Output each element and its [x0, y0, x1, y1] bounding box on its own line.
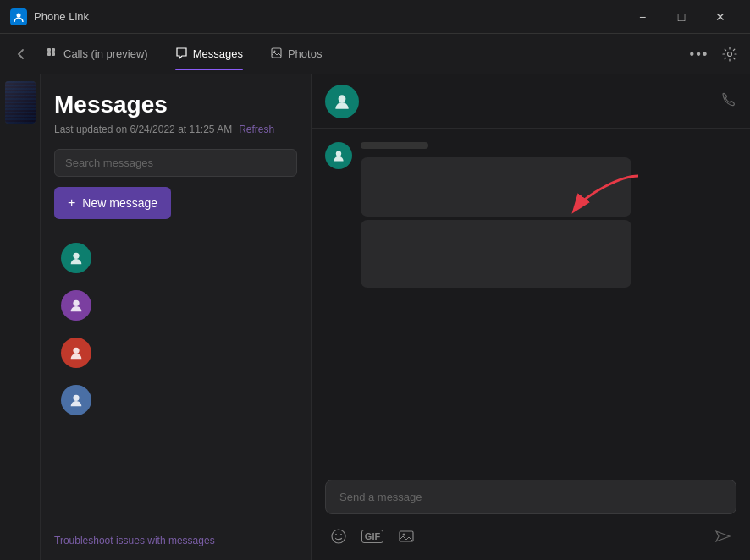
- chat-toolbar: GIF: [325, 523, 736, 550]
- close-button[interactable]: ✕: [701, 3, 740, 30]
- page-title: Messages: [54, 91, 297, 118]
- minimize-button[interactable]: −: [623, 3, 662, 30]
- call-button[interactable]: [720, 91, 736, 112]
- list-item[interactable]: [54, 331, 297, 375]
- message-group: [325, 142, 736, 288]
- svg-point-9: [73, 253, 79, 259]
- svg-rect-4: [47, 52, 51, 56]
- emoji-button[interactable]: [325, 523, 352, 550]
- avatar: [61, 385, 91, 415]
- nav-right: •••: [686, 41, 743, 68]
- contacts-strip: [0, 74, 41, 560]
- window-controls: − □ ✕: [623, 3, 740, 30]
- search-input[interactable]: [54, 149, 297, 177]
- list-item[interactable]: [54, 236, 297, 280]
- last-updated-text: Last updated on 6/24/2022 at 11:25 AM: [54, 124, 232, 135]
- tab-messages-label: Messages: [193, 47, 243, 60]
- calls-icon: [46, 47, 58, 62]
- avatar: [61, 290, 91, 321]
- person-icon: [332, 149, 345, 162]
- svg-point-10: [73, 300, 79, 306]
- chat-avatar: [325, 85, 359, 118]
- sender-name-redacted: [361, 142, 428, 149]
- maximize-button[interactable]: □: [662, 3, 701, 30]
- refresh-button[interactable]: Refresh: [239, 124, 274, 135]
- tab-calls-label: Calls (in preview): [63, 47, 148, 60]
- svg-point-12: [73, 395, 79, 401]
- chat-input-area: GIF: [312, 469, 750, 560]
- svg-point-13: [339, 95, 346, 102]
- troubleshoot-link[interactable]: Troubleshoot issues with messages: [54, 528, 297, 546]
- svg-point-19: [403, 534, 405, 536]
- chat-header: [312, 74, 750, 129]
- message-input[interactable]: [325, 480, 736, 514]
- svg-point-15: [332, 530, 345, 543]
- svg-point-7: [273, 50, 275, 52]
- main-layout: Messages Last updated on 6/24/2022 at 11…: [0, 74, 750, 560]
- chat-messages: [312, 129, 750, 469]
- person-icon: [333, 92, 351, 111]
- app-logo: [10, 8, 27, 25]
- plus-icon: +: [68, 195, 75, 211]
- person-icon: [69, 393, 84, 408]
- list-item[interactable]: [54, 283, 297, 327]
- svg-rect-6: [272, 48, 281, 58]
- annotation-arrow: [562, 167, 647, 230]
- contact-list: [54, 236, 297, 528]
- settings-button[interactable]: [716, 41, 743, 68]
- gif-label: GIF: [361, 530, 383, 543]
- tab-calls[interactable]: Calls (in preview): [34, 41, 160, 67]
- app-title: Phone Link: [34, 10, 89, 23]
- last-updated-row: Last updated on 6/24/2022 at 11:25 AM Re…: [54, 124, 297, 135]
- nav-tabs: Calls (in preview) Messages Photos: [34, 41, 686, 67]
- left-panel: Messages Last updated on 6/24/2022 at 11…: [41, 74, 312, 560]
- svg-point-11: [73, 348, 79, 354]
- titlebar-left: Phone Link: [10, 8, 89, 25]
- avatar: [61, 243, 91, 273]
- person-icon: [69, 298, 84, 313]
- send-button[interactable]: [709, 523, 736, 550]
- nav-back-button[interactable]: [7, 41, 34, 68]
- more-options-button[interactable]: •••: [686, 41, 713, 68]
- right-panel: GIF: [312, 74, 750, 560]
- list-item[interactable]: [54, 378, 297, 422]
- titlebar: Phone Link − □ ✕: [0, 0, 750, 34]
- photos-icon: [270, 47, 283, 62]
- avatar: [61, 338, 91, 368]
- arrow-svg: [562, 167, 647, 227]
- person-icon: [69, 345, 84, 360]
- navbar: Calls (in preview) Messages Photos •••: [0, 34, 750, 74]
- gif-button[interactable]: GIF: [359, 523, 386, 550]
- image-button[interactable]: [393, 523, 420, 550]
- message-bubble: [361, 220, 631, 288]
- toolbar-left: GIF: [325, 523, 420, 550]
- messages-icon: [175, 47, 188, 62]
- tab-messages[interactable]: Messages: [163, 41, 255, 67]
- svg-rect-5: [52, 52, 55, 56]
- new-message-label: New message: [82, 196, 157, 210]
- new-message-button[interactable]: + New message: [54, 187, 171, 219]
- message-avatar: [325, 142, 352, 169]
- svg-rect-3: [52, 48, 55, 52]
- svg-point-16: [335, 534, 337, 535]
- svg-point-17: [340, 534, 342, 535]
- tab-photos-label: Photos: [288, 47, 322, 60]
- svg-point-8: [728, 52, 732, 56]
- svg-rect-2: [47, 48, 51, 52]
- tab-photos[interactable]: Photos: [258, 41, 334, 67]
- contact-thumbnail[interactable]: [5, 81, 36, 124]
- svg-point-1: [17, 13, 21, 17]
- svg-point-14: [336, 151, 341, 156]
- person-icon: [69, 250, 84, 266]
